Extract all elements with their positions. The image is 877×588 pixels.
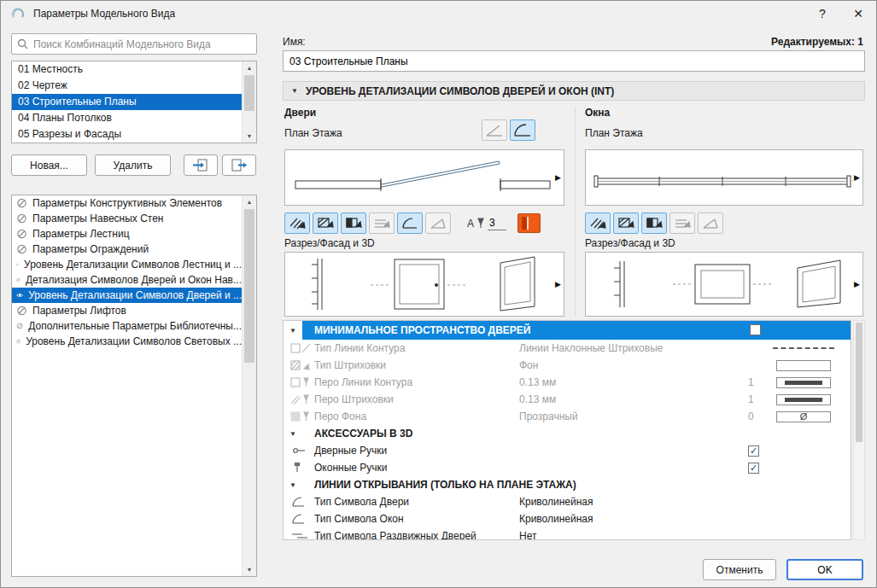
search-icon xyxy=(17,38,28,49)
pen-preview-swatch[interactable] xyxy=(776,394,831,405)
slashed-circle-icon xyxy=(16,336,20,346)
ok-button[interactable]: OK xyxy=(786,559,863,580)
min-door-space-checkbox[interactable] xyxy=(750,324,761,335)
export-combination-button[interactable] xyxy=(222,154,256,176)
slashed-circle-icon xyxy=(16,213,27,224)
collapse-triangle-icon[interactable]: ▼ xyxy=(291,87,298,95)
window-opening-lines-toggle[interactable] xyxy=(698,212,723,234)
door-grid-pen-toggle[interactable] xyxy=(369,212,395,234)
dashed-line-preview[interactable] xyxy=(773,347,834,349)
mvo-option-item[interactable]: Параметры Лифтов xyxy=(12,303,242,318)
scrollbar-thumb[interactable] xyxy=(244,75,254,111)
pen-preview-swatch[interactable] xyxy=(776,377,831,388)
scroll-down-icon[interactable]: ▼ xyxy=(243,130,256,143)
help-button[interactable]: ? xyxy=(804,1,840,26)
name-input[interactable] xyxy=(283,50,865,72)
table-scrollbar[interactable] xyxy=(853,320,865,540)
combination-item-selected[interactable]: 03 Строительные Планы xyxy=(12,94,242,110)
preview-next-arrow[interactable]: ▶ xyxy=(854,173,860,182)
preview-next-arrow[interactable]: ▶ xyxy=(854,280,860,288)
options-list-scrollbar[interactable]: ▲ ▼ xyxy=(242,195,256,576)
door-arc-opening-toggle[interactable] xyxy=(397,212,423,234)
scrollbar-thumb[interactable] xyxy=(244,209,254,363)
scroll-up-icon[interactable]: ▲ xyxy=(243,195,256,208)
window-grid-pen-toggle[interactable] xyxy=(669,212,695,234)
combination-item[interactable]: 01 Местность xyxy=(12,61,242,78)
combination-list-scrollbar[interactable]: ▲ ▼ xyxy=(242,61,256,143)
fill-preview-swatch[interactable] xyxy=(776,360,831,371)
windows-title: Окна xyxy=(585,107,610,119)
window-symbol-arc-icon xyxy=(290,513,314,525)
pen-nib-icon xyxy=(476,217,486,230)
window-handles-checkbox[interactable]: ✓ xyxy=(748,463,759,474)
combination-item[interactable]: 05 Разрезы и Фасады xyxy=(12,126,242,143)
combination-item[interactable]: 04 Планы Потолков xyxy=(12,110,242,126)
windows-plan-label: План Этажа xyxy=(585,127,643,139)
marker-color-button[interactable] xyxy=(517,213,541,233)
mvo-option-item[interactable]: Уровень Детализации Символов Световых ..… xyxy=(12,334,242,349)
model-view-options-dialog: Параметры Модельного Вида ? ✕ Поиск Комб… xyxy=(0,0,877,588)
table-header-min-door-space[interactable]: ▼ МИНИМАЛЬНОЕ ПРОСТРАНСТВО ДВЕРЕЙ xyxy=(284,321,851,340)
window-hatch-pen-toggle[interactable] xyxy=(585,212,611,234)
door-hatch-pen-toggle[interactable] xyxy=(284,212,310,234)
window-elevation-drawing xyxy=(586,253,862,316)
table-section-accessories[interactable]: ▼ АКСЕССУАРЫ В 3D xyxy=(284,425,851,442)
table-row: Оконные Ручки ✓ xyxy=(284,459,851,476)
combination-list: 01 Местность 02 Чертеж 03 Строительные П… xyxy=(11,61,257,143)
door-elevation-preview: ▶ xyxy=(284,252,564,317)
door-opening-lines-toggle[interactable] xyxy=(425,212,451,234)
collapse-triangle-icon[interactable]: ▼ xyxy=(289,481,296,489)
close-button[interactable]: ✕ xyxy=(840,1,876,26)
panel-section-header[interactable]: ▼ УРОВЕНЬ ДЕТАЛИЗАЦИИ СИМВОЛОВ ДВЕРЕЙ И … xyxy=(283,81,865,101)
mvo-option-item[interactable]: Параметры Конструктивных Элементов xyxy=(12,195,242,211)
fill-type-icon xyxy=(290,359,314,371)
scroll-down-icon[interactable]: ▼ xyxy=(243,563,256,576)
door-halffill-pen-toggle[interactable] xyxy=(341,212,366,234)
window-halffill-pen-toggle[interactable] xyxy=(641,212,667,234)
door-arc-symbol-toggle[interactable] xyxy=(510,119,535,141)
table-row: Тип Символа Раздвижных Дверей Нет xyxy=(284,527,851,540)
table-row: Перо Штриховки 0.13 мм 1 xyxy=(284,391,851,408)
import-combination-button[interactable] xyxy=(184,154,218,176)
combination-item[interactable]: 02 Чертеж xyxy=(12,78,242,94)
mvo-option-item[interactable]: Параметры Навесных Стен xyxy=(12,211,242,226)
door-handles-checkbox[interactable]: ✓ xyxy=(748,445,759,457)
pen-number-input[interactable] xyxy=(488,217,506,230)
contour-pen-icon xyxy=(290,376,314,388)
window-fill-type-toggle[interactable] xyxy=(613,212,639,234)
mvo-options-list: Параметры Конструктивных Элементов Парам… xyxy=(11,195,257,577)
window-handle-icon xyxy=(290,462,314,474)
collapse-triangle-icon[interactable]: ▼ xyxy=(289,430,296,438)
table-row: Тип Линии Контура Линии Наклонные Штрихо… xyxy=(284,340,851,357)
collapse-triangle-icon[interactable]: ▼ xyxy=(289,327,296,335)
delete-combination-button[interactable]: Удалить xyxy=(95,154,171,176)
preview-next-arrow[interactable]: ▶ xyxy=(555,280,561,288)
import-icon xyxy=(192,158,209,172)
new-combination-button[interactable]: Новая... xyxy=(11,154,87,176)
mvo-option-item[interactable]: Дополнительные Параметры Библиотечны... xyxy=(12,318,242,334)
title-bar: Параметры Модельного Вида ? ✕ xyxy=(1,1,876,26)
door-symbol-arc-icon xyxy=(290,496,314,508)
mvo-option-item[interactable]: Параметры Лестниц xyxy=(12,226,242,242)
search-input[interactable]: Поиск Комбинаций Модельного Вида xyxy=(11,33,257,55)
mvo-option-item[interactable]: Детализация Символов Дверей и Окон Нав..… xyxy=(12,272,242,288)
mvo-option-item[interactable]: Параметры Ограждений xyxy=(12,242,242,257)
scrollbar-thumb[interactable] xyxy=(856,323,862,442)
pen-letter-label: A xyxy=(467,218,474,230)
window-plan-display-toggles xyxy=(585,212,723,234)
table-row: Тип Штриховки Фон xyxy=(284,357,851,374)
preview-next-arrow[interactable]: ▶ xyxy=(555,173,561,182)
door-straight-symbol-toggle[interactable] xyxy=(482,119,507,141)
cancel-button[interactable]: Отменить xyxy=(703,559,776,580)
scroll-up-icon[interactable]: ▲ xyxy=(243,61,256,74)
mvo-option-item[interactable]: Уровень Детализации Символов Лестниц и .… xyxy=(12,257,242,272)
table-section-opening-lines[interactable]: ▼ ЛИНИИ ОТКРЫВАНИЯ (ТОЛЬКО НА ПЛАНЕ ЭТАЖ… xyxy=(284,476,851,493)
doors-title: Двери xyxy=(284,107,316,119)
slashed-circle-icon xyxy=(16,229,27,239)
column-divider xyxy=(575,107,576,317)
empty-pen-swatch[interactable]: Ø xyxy=(776,411,831,422)
eye-icon xyxy=(16,290,23,300)
door-fill-type-toggle[interactable] xyxy=(313,212,338,234)
mvo-option-item-selected[interactable]: Уровень Детализации Символов Дверей и ..… xyxy=(12,288,242,303)
mvo-settings-table: ▼ МИНИМАЛЬНОЕ ПРОСТРАНСТВО ДВЕРЕЙ Тип Ли… xyxy=(283,320,851,540)
